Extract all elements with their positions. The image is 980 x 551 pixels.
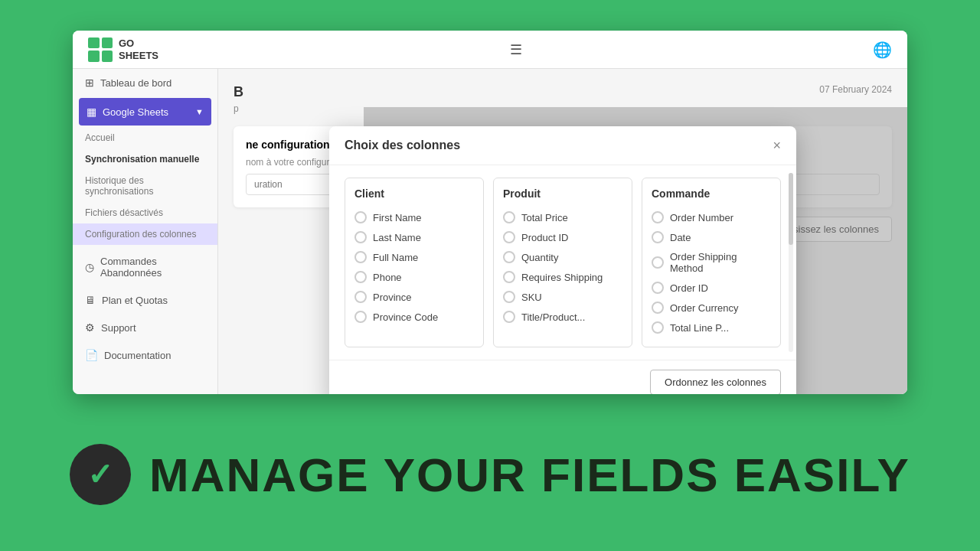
columns-grid: Client First Name Last Name Full Name xyxy=(345,178,781,347)
support-icon: ⚙ xyxy=(85,321,95,334)
radio-requires-shipping[interactable] xyxy=(503,271,515,283)
radio-firstname[interactable] xyxy=(354,211,367,223)
sidebar-label-support: Support xyxy=(101,322,136,334)
column-item-order-id[interactable]: Order ID xyxy=(652,278,771,298)
produit-group-title: Produit xyxy=(503,187,622,200)
sidebar-item-plan[interactable]: 🖥 Plan et Quotas xyxy=(73,286,217,314)
order-columns-button[interactable]: Ordonnez les colonnes xyxy=(650,370,781,394)
column-label-title: Title/Product... xyxy=(521,311,585,323)
logo-icon-cell-4 xyxy=(102,51,113,62)
column-label-lastname: Last Name xyxy=(373,232,421,243)
column-label-product-id: Product ID xyxy=(521,232,568,243)
column-item-province-code[interactable]: Province Code xyxy=(354,307,474,327)
column-label-order-id: Order ID xyxy=(670,282,708,294)
column-label-province: Province xyxy=(373,292,412,303)
radio-shipping-method[interactable] xyxy=(652,256,664,269)
sidebar-item-historique[interactable]: Historique des synchronisations xyxy=(73,170,217,202)
logo-icon-cell-3 xyxy=(88,51,100,62)
column-group-produit: Produit Total Price Product ID Quantity xyxy=(493,178,632,347)
column-label-shipping-method: Order Shipping Method xyxy=(670,251,771,274)
radio-order-number[interactable] xyxy=(652,211,664,223)
sidebar-label-tableau: Tableau de bord xyxy=(100,77,172,89)
date-label: 07 February 2024 xyxy=(819,84,892,95)
sidebar-item-support[interactable]: ⚙ Support xyxy=(73,314,217,341)
column-label-firstname: First Name xyxy=(373,212,422,223)
radio-total-line[interactable] xyxy=(652,321,664,334)
radio-province-code[interactable] xyxy=(354,311,367,323)
sidebar-item-sync[interactable]: Synchronisation manuelle xyxy=(73,148,217,170)
commandes-icon: ◷ xyxy=(85,261,94,273)
column-item-phone[interactable]: Phone xyxy=(354,267,474,287)
column-item-sku[interactable]: SKU xyxy=(503,287,622,307)
sidebar-item-tableau[interactable]: ⊞ Tableau de bord xyxy=(73,69,217,96)
bottom-banner: ✓ MANAGE YOUR FIELDS EASILY xyxy=(0,398,980,551)
column-label-total-line: Total Line P... xyxy=(670,322,729,334)
sidebar: ⊞ Tableau de bord ▦ Google Sheets ▼ Accu… xyxy=(73,69,218,394)
modal-body: Client First Name Last Name Full Name xyxy=(329,165,796,360)
logo: GOSHEETS xyxy=(88,37,158,62)
hamburger-icon[interactable]: ☰ xyxy=(510,41,522,58)
column-item-total-line[interactable]: Total Line P... xyxy=(652,318,771,337)
column-label-order-currency: Order Currency xyxy=(670,302,739,314)
column-item-order-currency[interactable]: Order Currency xyxy=(652,298,771,318)
column-item-product-id[interactable]: Product ID xyxy=(503,227,622,247)
column-item-shipping-method[interactable]: Order Shipping Method xyxy=(652,247,771,278)
column-chooser-modal: Choix des colonnes × Client First Name xyxy=(329,126,796,394)
radio-date[interactable] xyxy=(652,231,664,243)
radio-lastname[interactable] xyxy=(354,231,367,243)
column-group-client: Client First Name Last Name Full Name xyxy=(345,178,484,347)
page-title: B xyxy=(234,84,892,100)
radio-sku[interactable] xyxy=(503,291,515,303)
sidebar-item-google-sheets[interactable]: ▦ Google Sheets ▼ xyxy=(79,98,211,126)
column-label-order-number: Order Number xyxy=(670,212,733,223)
radio-product-id[interactable] xyxy=(503,231,515,243)
top-bar: GOSHEETS ☰ 🌐 xyxy=(73,31,907,69)
column-item-quantity[interactable]: Quantity xyxy=(503,247,622,267)
dashboard-icon: ⊞ xyxy=(85,77,94,89)
radio-phone[interactable] xyxy=(354,271,367,283)
column-label-total-price: Total Price xyxy=(521,212,568,223)
sidebar-label-docs: Documentation xyxy=(104,350,171,361)
column-item-lastname[interactable]: Last Name xyxy=(354,227,474,247)
globe-icon[interactable]: 🌐 xyxy=(873,41,892,59)
modal-footer: Ordonnez les colonnes xyxy=(329,360,796,394)
commande-group-title: Commande xyxy=(652,187,771,200)
logo-text: GOSHEETS xyxy=(119,37,158,61)
column-item-title[interactable]: Title/Product... xyxy=(503,307,622,327)
column-label-sku: SKU xyxy=(521,292,542,303)
logo-icon xyxy=(88,37,113,62)
sidebar-item-accueil[interactable]: Accueil xyxy=(73,127,217,148)
sidebar-item-fichiers[interactable]: Fichiers désactivés xyxy=(73,202,217,223)
column-item-order-number[interactable]: Order Number xyxy=(652,207,771,227)
column-label-quantity: Quantity xyxy=(521,252,558,263)
column-item-firstname[interactable]: First Name xyxy=(354,207,474,227)
column-label-requires-shipping: Requires Shipping xyxy=(521,272,603,283)
client-group-title: Client xyxy=(354,187,474,200)
sheets-icon: ▦ xyxy=(87,106,96,118)
docs-icon: 📄 xyxy=(85,349,98,361)
column-item-fullname[interactable]: Full Name xyxy=(354,247,474,267)
radio-quantity[interactable] xyxy=(503,251,515,263)
sidebar-item-docs[interactable]: 📄 Documentation xyxy=(73,341,217,369)
column-item-date[interactable]: Date xyxy=(652,227,771,247)
column-item-total-price[interactable]: Total Price xyxy=(503,207,622,227)
radio-total-price[interactable] xyxy=(503,211,515,223)
banner-text: MANAGE YOUR FIELDS EASILY xyxy=(149,448,910,502)
column-label-fullname: Full Name xyxy=(373,252,418,263)
sidebar-item-commandes[interactable]: ◷ Commandes Abandonnées xyxy=(73,248,217,286)
radio-title[interactable] xyxy=(503,311,515,323)
modal-scrollbar[interactable] xyxy=(789,173,793,352)
app-window: GOSHEETS ☰ 🌐 ⊞ Tableau de bord ▦ Google … xyxy=(73,31,907,394)
column-label-phone: Phone xyxy=(373,272,402,283)
modal-close-button[interactable]: × xyxy=(773,139,781,152)
radio-order-currency[interactable] xyxy=(652,302,664,314)
radio-province[interactable] xyxy=(354,291,367,303)
column-label-province-code: Province Code xyxy=(373,311,438,323)
radio-order-id[interactable] xyxy=(652,282,664,294)
column-item-requires-shipping[interactable]: Requires Shipping xyxy=(503,267,622,287)
radio-fullname[interactable] xyxy=(354,251,367,263)
modal-header: Choix des colonnes × xyxy=(329,126,796,165)
logo-icon-cell-1 xyxy=(88,37,100,49)
sidebar-item-config-colonnes[interactable]: Configuration des colonnes xyxy=(73,223,217,245)
column-item-province[interactable]: Province xyxy=(354,287,474,307)
